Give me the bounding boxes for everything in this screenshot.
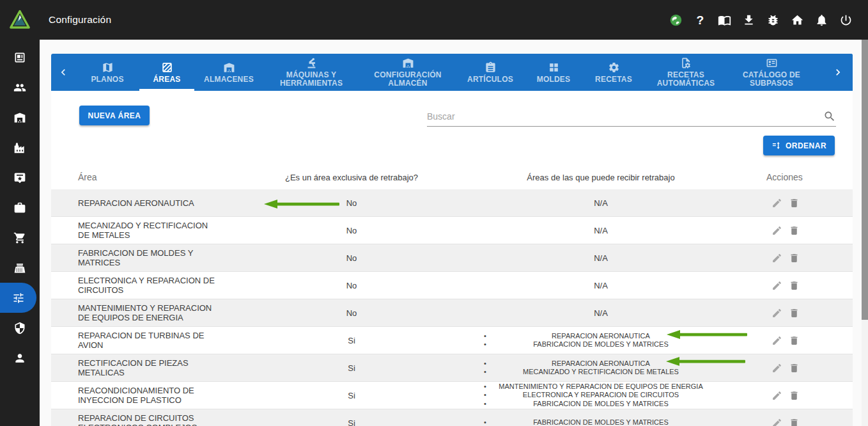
delete-icon[interactable] (789, 363, 800, 374)
sidebar-item-purchases[interactable] (0, 223, 40, 253)
tab-catálogo-de-subpasos[interactable]: CATÁLOGO DE SUBPASOS (727, 54, 816, 91)
edit-icon[interactable] (771, 363, 782, 374)
receives-list-item: REPARACION AERONAUTICA (441, 359, 761, 368)
tab-recetas-automáticas[interactable]: RECETAS AUTOMÁTICAS (644, 54, 727, 91)
delete-icon[interactable] (789, 308, 800, 319)
cell-receives-rework-from: FABRICACION DE MOLDES Y MATRICES (441, 418, 761, 426)
new-area-button[interactable]: NUEVA ÁREA (79, 106, 150, 125)
cell-area: REPARACION AERONAUTICA (51, 198, 262, 208)
globe-icon[interactable] (669, 13, 683, 27)
sidebar-item-warehouse[interactable] (0, 102, 40, 132)
notifications-icon[interactable] (815, 13, 828, 27)
delete-icon[interactable] (789, 198, 800, 209)
receives-list-item: MECANIZADO Y RECTIFICACION DE METALES (441, 368, 761, 377)
tab-label: MÁQUINAS Y HERRAMIENTAS (263, 71, 359, 88)
grid-icon (548, 61, 560, 74)
sidebar-item-sales[interactable] (0, 253, 40, 283)
receives-list-item: FABRICACION DE MOLDES Y MATRICES (441, 340, 761, 349)
cell-actions (761, 253, 853, 264)
cell-receives-rework-from: N/A (441, 281, 761, 290)
clipboard-icon (484, 61, 497, 74)
receives-list: FABRICACION DE MOLDES Y MATRICES (441, 418, 761, 426)
sidebar-item-security[interactable] (0, 313, 40, 343)
receives-list: REPARACION AERONAUTICAFABRICACION DE MOL… (441, 332, 761, 349)
edit-icon[interactable] (771, 390, 782, 401)
topbar: Configuración ? (0, 0, 868, 40)
cell-actions (761, 418, 853, 426)
list-card-icon (766, 57, 778, 69)
download-icon[interactable] (742, 13, 756, 27)
help-icon[interactable]: ? (694, 13, 707, 27)
tab-planos[interactable]: PLANOS (75, 54, 139, 91)
bug-icon[interactable] (766, 13, 780, 27)
tab-artículos[interactable]: ARTÍCULOS (456, 54, 524, 91)
receives-list-item: FABRICACION DE MOLDES Y MATRICES (441, 400, 761, 409)
table-row: REACONDICIONAMIENTO DE INYECCION DE PLAS… (51, 382, 853, 409)
tab-configuración-almacén[interactable]: CONFIGURACIÓN ALMACÉN (359, 54, 456, 91)
cell-area: REPARACION DE CIRCUITOS ELECTRONICOS COM… (51, 413, 262, 426)
delete-icon[interactable] (789, 280, 800, 291)
tab-moldes[interactable]: MOLDES (524, 54, 583, 91)
news-icon (13, 51, 26, 64)
tabs-scroll-right-button[interactable] (823, 54, 853, 91)
tabs: PLANOSÁREASALMACENESMÁQUINAS Y HERRAMIEN… (75, 54, 853, 91)
power-icon[interactable] (839, 13, 853, 27)
sidebar-item-account[interactable] (0, 343, 40, 373)
table-body: REPARACION AERONAUTICANoN/AMECANIZADO Y … (51, 189, 853, 426)
edit-icon[interactable] (771, 198, 782, 209)
sidebar-item-users[interactable] (0, 72, 40, 102)
edit-icon[interactable] (771, 253, 782, 264)
scrollbar-thumb[interactable] (862, 40, 868, 320)
cell-receives-rework-from: REPARACION AERONAUTICAFABRICACION DE MOL… (441, 332, 761, 349)
areas-icon (161, 61, 173, 74)
edit-icon[interactable] (771, 225, 782, 236)
delete-icon[interactable] (789, 225, 800, 236)
table-row: REPARACION DE CIRCUITOS ELECTRONICOS COM… (51, 409, 853, 426)
cell-receives-rework-from: N/A (441, 308, 761, 318)
sidebar (0, 40, 40, 426)
tab-almacenes[interactable]: ALMACENES (194, 54, 263, 91)
cell-receives-rework-from: REPARACION AERONAUTICAMECANIZADO Y RECTI… (441, 359, 761, 377)
cell-exclusive-rework: No (262, 308, 441, 318)
app-logo (0, 9, 40, 31)
warehouse-icon (402, 57, 414, 69)
delete-icon[interactable] (789, 335, 800, 346)
page-scrollbar[interactable] (862, 40, 868, 426)
gear-icon (608, 61, 620, 74)
edit-icon[interactable] (771, 418, 782, 426)
delete-icon[interactable] (789, 253, 800, 264)
search-icon[interactable] (823, 110, 836, 123)
edit-icon[interactable] (771, 308, 782, 319)
table-row: RECTIFICACION DE PIEZAS METALICASSiREPAR… (51, 354, 853, 382)
cell-area: MANTENIMIENTO Y REPARACION DE EQUIPOS DE… (51, 303, 262, 322)
delete-icon[interactable] (789, 418, 800, 426)
tab-áreas[interactable]: ÁREAS (139, 54, 194, 91)
sidebar-item-configuration[interactable] (0, 283, 36, 313)
table-row: REPARACION DE TURBINAS DE AVIONSiREPARAC… (51, 327, 853, 354)
search-input[interactable] (427, 111, 823, 122)
manual-icon[interactable] (718, 13, 731, 27)
cell-area: ELECTRONICA Y REPARACION DE CIRCUITOS (51, 276, 262, 295)
sort-icon (771, 141, 781, 150)
tab-máquinas-y-herramientas[interactable]: MÁQUINAS Y HERRAMIENTAS (263, 54, 359, 91)
cell-actions (761, 390, 853, 401)
tab-label: ARTÍCULOS (467, 75, 513, 84)
topbar-icon-group: ? (669, 13, 853, 27)
sidebar-item-certificates[interactable] (0, 162, 40, 193)
order-button[interactable]: ORDENAR (763, 136, 835, 155)
edit-icon[interactable] (771, 335, 782, 346)
tabs-scroll-left-button[interactable] (51, 54, 75, 91)
receives-list: REPARACION AERONAUTICAMECANIZADO Y RECTI… (441, 359, 761, 377)
sidebar-item-factory[interactable] (0, 132, 40, 162)
home-icon[interactable] (791, 13, 804, 27)
sidebar-item-news[interactable] (0, 42, 40, 72)
tab-recetas[interactable]: RECETAS (583, 54, 644, 91)
cell-exclusive-rework: Si (262, 391, 441, 400)
edit-icon[interactable] (771, 280, 782, 291)
tab-label: PLANOS (91, 75, 123, 84)
delete-icon[interactable] (789, 390, 800, 401)
sidebar-item-toolbox[interactable] (0, 193, 40, 223)
cell-receives-rework-from: N/A (441, 226, 761, 235)
purchases-icon (13, 232, 26, 244)
cell-exclusive-rework: Si (262, 363, 441, 373)
